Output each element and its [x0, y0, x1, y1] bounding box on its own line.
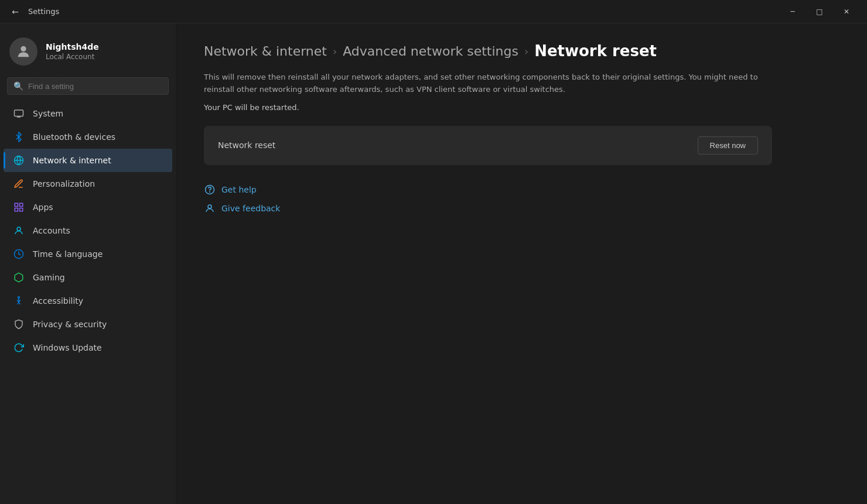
- sidebar-item-accessibility[interactable]: Accessibility: [4, 289, 172, 313]
- sidebar-label-privacy: Privacy & security: [33, 320, 107, 329]
- svg-point-0: [21, 46, 26, 52]
- sidebar-item-system[interactable]: System: [4, 102, 172, 125]
- app-container: Nightsh4de Local Account 🔍 System Blueto…: [0, 23, 867, 504]
- sidebar-label-gaming: Gaming: [33, 273, 65, 282]
- sidebar-item-network[interactable]: Network & internet: [4, 149, 172, 172]
- titlebar: ← Settings ─ □ ✕: [0, 0, 867, 23]
- privacy-icon: [13, 318, 25, 330]
- get-help-icon: [204, 184, 216, 196]
- give-feedback-link[interactable]: Give feedback: [204, 203, 839, 214]
- svg-point-11: [210, 191, 210, 192]
- sidebar-item-privacy[interactable]: Privacy & security: [4, 313, 172, 336]
- reset-now-button[interactable]: Reset now: [698, 136, 758, 155]
- sidebar-item-update[interactable]: Windows Update: [4, 336, 172, 359]
- network-icon: [13, 155, 25, 166]
- accessibility-icon: [13, 295, 25, 307]
- close-button[interactable]: ✕: [833, 0, 860, 23]
- user-name: Nightsh4de: [46, 42, 99, 52]
- avatar: [9, 37, 37, 66]
- sidebar-label-network: Network & internet: [33, 156, 111, 165]
- network-reset-card: Network reset Reset now: [204, 126, 772, 165]
- breadcrumb-current: Network reset: [534, 42, 657, 60]
- sidebar-item-personalization[interactable]: Personalization: [4, 172, 172, 196]
- breadcrumb-sep-1: ›: [333, 45, 337, 57]
- description: This will remove then reinstall all your…: [204, 71, 766, 96]
- give-feedback-icon: [204, 203, 216, 214]
- svg-rect-1: [15, 110, 23, 116]
- breadcrumb-network[interactable]: Network & internet: [204, 44, 327, 59]
- sidebar-item-gaming[interactable]: Gaming: [4, 266, 172, 289]
- sidebar-label-accounts: Accounts: [33, 226, 70, 235]
- help-links: Get help Give feedback: [204, 184, 839, 214]
- svg-point-9: [18, 297, 20, 299]
- svg-rect-3: [15, 203, 18, 206]
- user-profile: Nightsh4de Local Account: [0, 30, 176, 77]
- svg-rect-6: [20, 208, 23, 211]
- svg-rect-5: [15, 208, 18, 211]
- sidebar-label-bluetooth: Bluetooth & devices: [33, 132, 115, 142]
- window-controls: ─ □ ✕: [779, 0, 860, 23]
- sidebar: Nightsh4de Local Account 🔍 System Blueto…: [0, 23, 176, 504]
- time-icon: [13, 248, 25, 260]
- titlebar-title: Settings: [28, 7, 779, 16]
- svg-point-12: [208, 205, 211, 208]
- svg-point-7: [17, 227, 21, 231]
- nav-list: System Bluetooth & devices Network & int…: [0, 102, 176, 359]
- back-button[interactable]: ←: [7, 4, 23, 20]
- sidebar-item-apps[interactable]: Apps: [4, 196, 172, 219]
- breadcrumb: Network & internet › Advanced network se…: [204, 42, 839, 60]
- search-input[interactable]: [28, 82, 162, 91]
- get-help-link[interactable]: Get help: [204, 184, 839, 196]
- sidebar-label-accessibility: Accessibility: [33, 296, 83, 306]
- sidebar-label-update: Windows Update: [33, 343, 102, 352]
- svg-rect-4: [20, 203, 23, 206]
- user-info: Nightsh4de Local Account: [46, 42, 99, 61]
- reset-card-label: Network reset: [218, 140, 275, 150]
- sidebar-label-system: System: [33, 109, 63, 118]
- sidebar-item-time[interactable]: Time & language: [4, 242, 172, 266]
- main-content: Network & internet › Advanced network se…: [176, 23, 867, 504]
- accounts-icon: [13, 225, 25, 236]
- maximize-button[interactable]: □: [806, 0, 833, 23]
- breadcrumb-sep-2: ›: [524, 45, 528, 57]
- minimize-button[interactable]: ─: [779, 0, 806, 23]
- search-box[interactable]: 🔍: [7, 77, 169, 95]
- update-icon: [13, 342, 25, 354]
- sidebar-item-bluetooth[interactable]: Bluetooth & devices: [4, 125, 172, 149]
- personalization-icon: [13, 178, 25, 190]
- bluetooth-icon: [13, 131, 25, 143]
- search-icon: 🔍: [13, 81, 23, 91]
- system-icon: [13, 108, 25, 119]
- restart-notice: Your PC will be restarted.: [204, 103, 839, 112]
- sidebar-item-accounts[interactable]: Accounts: [4, 219, 172, 242]
- gaming-icon: [13, 272, 25, 283]
- sidebar-label-personalization: Personalization: [33, 179, 95, 188]
- sidebar-label-time: Time & language: [33, 249, 103, 259]
- apps-icon: [13, 201, 25, 213]
- user-subtitle: Local Account: [46, 53, 99, 61]
- sidebar-label-apps: Apps: [33, 203, 53, 212]
- breadcrumb-advanced[interactable]: Advanced network settings: [343, 44, 518, 59]
